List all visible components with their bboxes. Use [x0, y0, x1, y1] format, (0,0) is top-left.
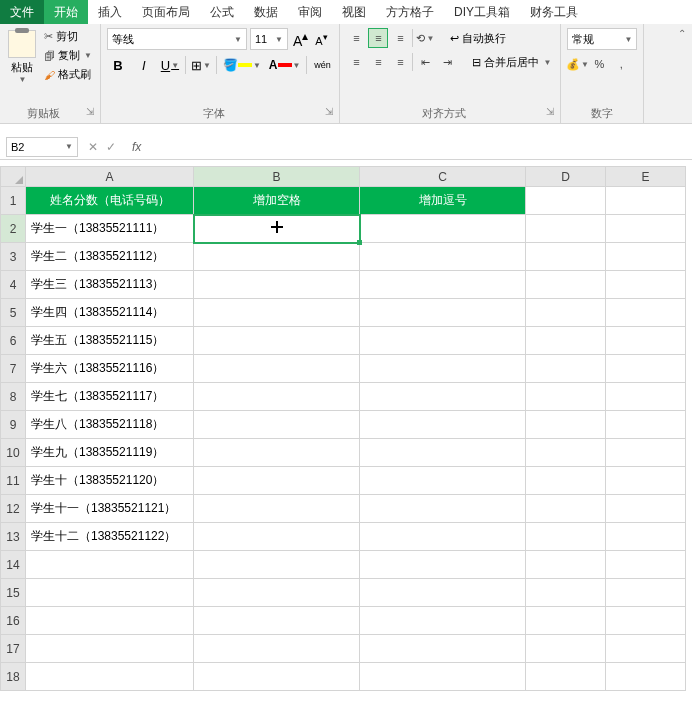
row-header[interactable]: 14 [1, 551, 26, 579]
cell[interactable] [526, 551, 606, 579]
cell-e2[interactable] [606, 215, 686, 243]
cell[interactable] [526, 523, 606, 551]
cell[interactable] [194, 383, 360, 411]
cell[interactable] [526, 383, 606, 411]
currency-button[interactable]: 💰▼ [567, 54, 587, 74]
row-header[interactable]: 1 [1, 187, 26, 215]
cell-e1[interactable] [606, 187, 686, 215]
col-header-b[interactable]: B [194, 167, 360, 187]
cell[interactable] [606, 439, 686, 467]
cell[interactable] [26, 635, 194, 663]
cell[interactable] [194, 299, 360, 327]
cell[interactable] [360, 523, 526, 551]
cell[interactable] [526, 299, 606, 327]
col-header-d[interactable]: D [526, 167, 606, 187]
cell[interactable] [526, 495, 606, 523]
cell[interactable] [526, 411, 606, 439]
comma-button[interactable]: , [611, 54, 631, 74]
row-header[interactable]: 16 [1, 607, 26, 635]
row-header[interactable]: 13 [1, 523, 26, 551]
menu-tab-review[interactable]: 审阅 [288, 0, 332, 24]
cell[interactable] [526, 607, 606, 635]
fx-icon[interactable]: fx [126, 140, 147, 154]
cell[interactable] [526, 355, 606, 383]
increase-indent-button[interactable]: ⇥ [437, 52, 457, 72]
row-header[interactable]: 9 [1, 411, 26, 439]
align-top-button[interactable]: ≡ [346, 28, 366, 48]
paste-button[interactable]: 粘贴 ▼ [6, 28, 38, 86]
row-header[interactable]: 15 [1, 579, 26, 607]
cell[interactable]: 学生二（13835521112） [26, 243, 194, 271]
ruby-button[interactable]: wén [311, 54, 333, 76]
cell[interactable] [360, 663, 526, 691]
col-header-c[interactable]: C [360, 167, 526, 187]
cell[interactable]: 学生五（13835521115） [26, 327, 194, 355]
cell[interactable]: 学生九（13835521119） [26, 439, 194, 467]
cell[interactable] [606, 271, 686, 299]
cell[interactable] [526, 579, 606, 607]
row-header[interactable]: 7 [1, 355, 26, 383]
cell[interactable]: 学生四（13835521114） [26, 299, 194, 327]
percent-button[interactable]: % [589, 54, 609, 74]
cell[interactable] [526, 439, 606, 467]
cell[interactable] [606, 663, 686, 691]
format-painter-button[interactable]: 🖌格式刷 [42, 66, 94, 83]
cell[interactable] [606, 467, 686, 495]
menu-tab-formulas[interactable]: 公式 [200, 0, 244, 24]
menu-tab-home[interactable]: 开始 [44, 0, 88, 24]
cell[interactable]: 学生七（13835521117） [26, 383, 194, 411]
cell[interactable] [526, 327, 606, 355]
bold-button[interactable]: B [107, 54, 129, 76]
row-header[interactable]: 10 [1, 439, 26, 467]
row-header[interactable]: 11 [1, 467, 26, 495]
col-header-e[interactable]: E [606, 167, 686, 187]
fill-color-button[interactable]: 🪣▼ [221, 58, 263, 72]
cell[interactable] [194, 355, 360, 383]
row-header[interactable]: 8 [1, 383, 26, 411]
font-size-select[interactable]: 11▼ [250, 28, 288, 50]
underline-button[interactable]: U▼ [159, 54, 181, 76]
cell[interactable] [194, 663, 360, 691]
cell[interactable] [360, 495, 526, 523]
cell[interactable] [194, 411, 360, 439]
cell[interactable] [526, 467, 606, 495]
cell[interactable] [360, 467, 526, 495]
cell[interactable] [360, 439, 526, 467]
cell[interactable] [194, 439, 360, 467]
align-bottom-button[interactable]: ≡ [390, 28, 410, 48]
cell[interactable] [606, 411, 686, 439]
decrease-indent-button[interactable]: ⇤ [415, 52, 435, 72]
row-header[interactable]: 4 [1, 271, 26, 299]
cell[interactable] [606, 355, 686, 383]
wrap-text-button[interactable]: ↩自动换行 [447, 30, 509, 47]
name-box[interactable]: B2▼ [6, 137, 78, 157]
align-center-button[interactable]: ≡ [368, 52, 388, 72]
cell-c1[interactable]: 增加逗号 [360, 187, 526, 215]
cell[interactable] [360, 551, 526, 579]
cell[interactable]: 学生十一（13835521121） [26, 495, 194, 523]
confirm-formula-button[interactable]: ✓ [106, 140, 116, 154]
cancel-formula-button[interactable]: ✕ [88, 140, 98, 154]
cell[interactable] [606, 551, 686, 579]
menu-tab-view[interactable]: 视图 [332, 0, 376, 24]
dialog-launcher-icon[interactable]: ⇲ [325, 106, 333, 117]
font-color-button[interactable]: A▼ [267, 58, 303, 72]
italic-button[interactable]: I [133, 54, 155, 76]
cell[interactable] [606, 299, 686, 327]
row-header[interactable]: 12 [1, 495, 26, 523]
cell-a1[interactable]: 姓名分数（电话号码） [26, 187, 194, 215]
cell[interactable]: 学生三（13835521113） [26, 271, 194, 299]
cell[interactable] [194, 243, 360, 271]
menu-tab-data[interactable]: 数据 [244, 0, 288, 24]
cell[interactable] [26, 579, 194, 607]
cell-b2[interactable] [194, 215, 360, 243]
menu-tab-pagelayout[interactable]: 页面布局 [132, 0, 200, 24]
row-header[interactable]: 5 [1, 299, 26, 327]
align-left-button[interactable]: ≡ [346, 52, 366, 72]
menu-tab-insert[interactable]: 插入 [88, 0, 132, 24]
cell[interactable] [360, 635, 526, 663]
row-header[interactable]: 18 [1, 663, 26, 691]
font-name-select[interactable]: 等线▼ [107, 28, 247, 50]
cell[interactable] [360, 411, 526, 439]
menu-file[interactable]: 文件 [0, 0, 44, 24]
